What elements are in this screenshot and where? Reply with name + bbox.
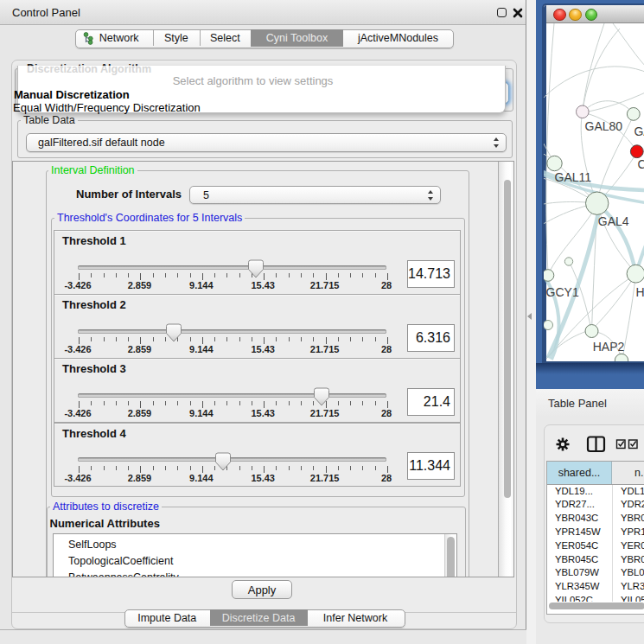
svg-text:GAL4: GAL4 [598, 214, 629, 228]
svg-text:GCY1: GCY1 [546, 285, 579, 299]
svg-text:GA: GA [634, 124, 644, 138]
svg-text:HI: HI [636, 285, 644, 299]
svg-text:GAL11: GAL11 [555, 170, 592, 184]
svg-text:GAL80: GAL80 [585, 119, 623, 133]
svg-text:HAP2: HAP2 [593, 340, 625, 354]
svg-text:CY: CY [638, 157, 644, 171]
